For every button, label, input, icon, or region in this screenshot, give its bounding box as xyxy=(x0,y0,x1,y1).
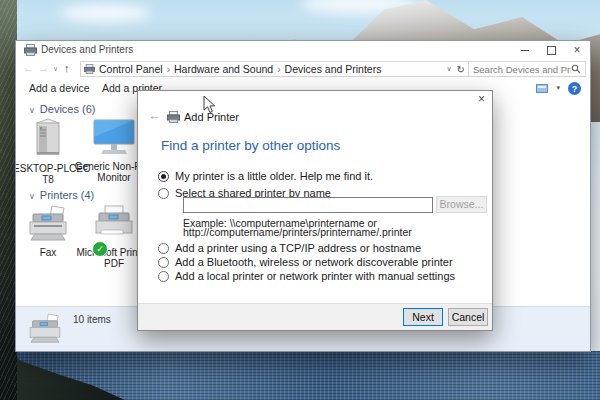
devices-printers-app-icon xyxy=(24,44,37,56)
desktop: Devices and Printers × ← → ∨ ↑ Control P… xyxy=(0,0,600,400)
option-tcpip-printer[interactable]: Add a printer using a TCP/IP address or … xyxy=(158,242,484,254)
add-printer-dialog: × ← Add Printer Find a printer by other … xyxy=(137,90,493,331)
add-device-button[interactable]: Add a device xyxy=(29,82,90,94)
view-options-caret-icon[interactable]: ▾ xyxy=(556,84,560,92)
location-printer-icon xyxy=(84,64,95,74)
view-options-icon[interactable] xyxy=(536,84,548,93)
dialog-close-icon[interactable]: × xyxy=(478,93,485,105)
dialog-footer: Next Cancel xyxy=(138,303,492,330)
dialog-heading: Find a printer by other options xyxy=(161,138,340,153)
recent-locations-caret-icon[interactable]: ∨ xyxy=(53,65,58,73)
back-icon[interactable]: ← xyxy=(23,62,34,74)
search-icon xyxy=(571,64,581,74)
breadcrumb-control-panel[interactable]: Control Panel xyxy=(99,63,163,75)
option-local-printer[interactable]: Add a local printer or network printer w… xyxy=(158,270,484,282)
collapse-chevron-icon: ∨ xyxy=(29,106,35,115)
address-bar[interactable]: Control Panel › Hardware and Sound › Dev… xyxy=(80,61,470,77)
default-printer-check-icon: ✓ xyxy=(92,241,108,257)
close-button[interactable]: × xyxy=(564,41,590,59)
breadcrumb-separator: › xyxy=(277,64,280,75)
breadcrumb-hardware-and-sound[interactable]: Hardware and Sound xyxy=(174,63,273,75)
navigation-bar: ← → ∨ ↑ Control Panel › Hardware and Sou… xyxy=(16,59,590,80)
address-dropdown-icon[interactable]: ∨ xyxy=(446,65,451,73)
group-header-devices[interactable]: ∨Devices (6) xyxy=(29,103,95,115)
minimize-button[interactable] xyxy=(512,41,538,59)
item-count: 10 items xyxy=(73,314,111,325)
help-icon[interactable]: ? xyxy=(568,82,581,95)
monitor-icon xyxy=(92,117,136,157)
group-header-printers[interactable]: ∨Printers (4) xyxy=(29,189,94,201)
search-box[interactable]: Search Devices and Printers xyxy=(468,61,586,77)
window-title: Devices and Printers xyxy=(41,44,133,55)
mouse-cursor xyxy=(203,95,216,114)
refresh-icon[interactable]: ↻ xyxy=(457,64,465,75)
up-icon[interactable]: ↑ xyxy=(64,62,70,74)
forward-icon[interactable]: → xyxy=(38,62,49,74)
add-printer-dialog-icon xyxy=(167,111,180,123)
desktop-pc-icon xyxy=(33,117,63,159)
radio-icon xyxy=(158,188,169,199)
cancel-button[interactable]: Cancel xyxy=(448,308,488,326)
radio-selected-icon xyxy=(158,171,169,182)
search-placeholder: Search Devices and Printers xyxy=(469,64,571,75)
option-bluetooth-printer[interactable]: Add a Bluetooth, wireless or network dis… xyxy=(158,256,484,268)
window-titlebar: Devices and Printers × xyxy=(16,41,590,59)
device-tile-desktop-pc[interactable]: DESKTOP-PLCEC T8 xyxy=(18,117,78,185)
option-older-printer[interactable]: My printer is a little older. Help me fi… xyxy=(158,170,484,182)
printer-tile-fax[interactable]: Fax xyxy=(18,205,78,258)
browse-button[interactable]: Browse... xyxy=(436,196,487,213)
printer-tile-microsoft-print-to-pdf[interactable]: ✓ Microsoft Print to PDF xyxy=(84,205,144,269)
radio-icon xyxy=(158,257,169,268)
collapse-chevron-icon: ∨ xyxy=(29,192,35,201)
shared-printer-name-input[interactable] xyxy=(183,197,433,213)
dialog-back-icon[interactable]: ← xyxy=(148,109,161,122)
radio-icon xyxy=(158,271,169,282)
example-text-line2: http://computername/printers/printername… xyxy=(183,226,412,238)
breadcrumb-devices-and-printers[interactable]: Devices and Printers xyxy=(285,63,382,75)
wallpaper-cloud xyxy=(60,4,150,22)
pdf-printer-icon xyxy=(91,205,137,243)
maximize-button[interactable] xyxy=(538,41,564,59)
radio-icon xyxy=(158,243,169,254)
device-tile-monitor[interactable]: Generic Non-PnP Monitor xyxy=(84,117,144,183)
selected-item-printer-icon xyxy=(26,313,64,345)
next-button[interactable]: Next xyxy=(403,308,443,326)
breadcrumb-separator: › xyxy=(167,64,170,75)
fax-printer-icon xyxy=(25,205,71,243)
